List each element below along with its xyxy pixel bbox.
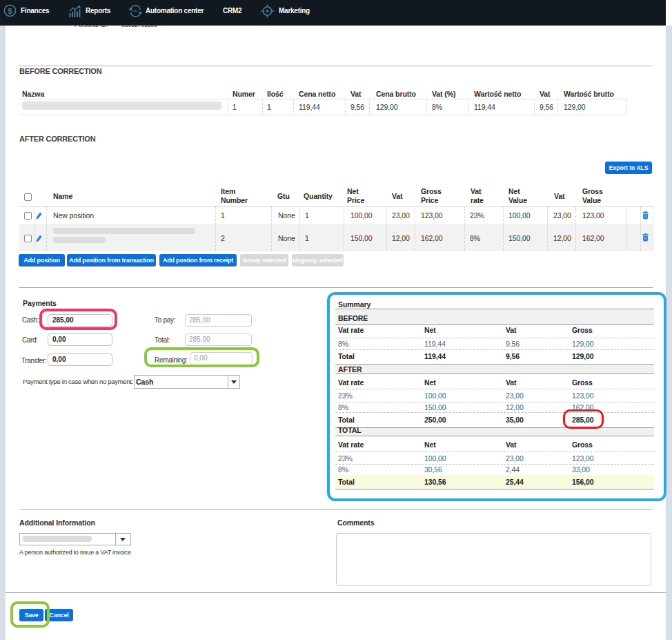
- svg-text:$: $: [8, 7, 12, 15]
